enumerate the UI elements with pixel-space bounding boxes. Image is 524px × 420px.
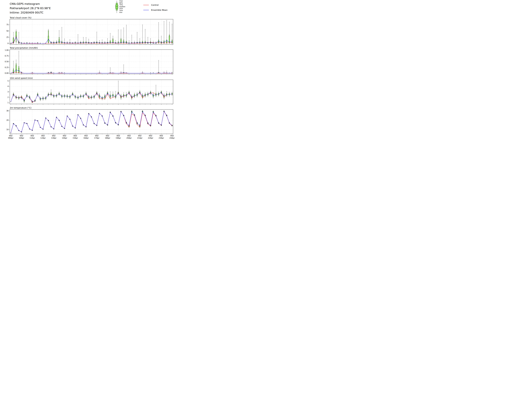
y-tick-label: 4: [8, 85, 9, 87]
box-25-75: [172, 93, 173, 94]
panel-border: [10, 109, 173, 134]
boxplot: [169, 22, 170, 43]
x-tick-date-label: 14Apr: [62, 137, 67, 139]
box-25-75: [86, 42, 87, 43]
boxplot: [115, 91, 116, 99]
boxplots: [10, 20, 173, 44]
precip-plot: 0.000.250.500.751.00: [5, 49, 173, 75]
control-legend-label: Control: [151, 4, 158, 6]
boxplot: [56, 41, 57, 43]
y-axis: 0255075: [6, 24, 10, 44]
box-25-75: [113, 40, 113, 43]
boxplot: [16, 60, 17, 73]
y-tick-label: 0.00: [5, 72, 9, 74]
x-tick-hour-label: 00Z: [138, 135, 141, 137]
boxplot: [121, 30, 122, 43]
boxplot: [32, 43, 33, 44]
boxplot: [48, 29, 49, 44]
x-tick-hour-label: 00Z: [95, 135, 98, 137]
boxplot: [126, 25, 127, 43]
boxplot: [86, 38, 87, 44]
legend-label-75: 75%: [119, 4, 123, 6]
x-tick-hour-label: 00Z: [73, 135, 77, 137]
boxplot: [53, 41, 54, 43]
boxplot: [123, 92, 124, 98]
x-tick-date-label: 17Apr: [94, 137, 99, 139]
control-line: [11, 111, 172, 133]
box-25-75: [121, 40, 122, 43]
x-tick-date-label: 12Apr: [40, 137, 46, 139]
boxplot: [80, 41, 81, 43]
boxplot: [61, 27, 62, 43]
boxplot: [110, 68, 111, 73]
boxplot: [164, 21, 164, 44]
boxplot-legend: max 90% 75% median 25% 10% min: [115, 0, 125, 13]
boxplot: [99, 71, 100, 73]
ensemble-mean-line: [11, 70, 172, 73]
boxplot: [21, 95, 22, 99]
x-tick-date-label: 20Apr: [126, 137, 132, 139]
x-ticks: [11, 74, 172, 75]
y-axis: 0.000.250.500.751.00: [5, 49, 10, 74]
boxplot: [166, 71, 167, 73]
box-25-75: [169, 36, 170, 42]
boxplot: [113, 73, 113, 73]
y-tick-label: 0: [8, 42, 9, 44]
boxplot: [123, 28, 124, 43]
x-tick-hour-label: 00Z: [52, 135, 55, 137]
boxplot: [156, 42, 156, 44]
wind-panel-title: 10m wind speed (m/s): [10, 77, 33, 79]
boxplot: [147, 37, 148, 44]
x-tick-hour-label: 00Z: [160, 135, 163, 137]
grid: [10, 50, 173, 74]
x-tick-date-label: 15Apr: [73, 137, 78, 139]
boxplot: [134, 93, 135, 98]
legend-label-25: 25%: [119, 8, 123, 9]
boxplot: [145, 29, 146, 44]
wind-plot: 12345: [8, 80, 173, 105]
legend-label-90: 90%: [119, 2, 123, 4]
boxplot: [110, 33, 111, 44]
x-tick-date-label: 11Apr: [30, 137, 35, 139]
boxplot: [131, 35, 132, 43]
boxplot: [161, 36, 162, 44]
y-axis: 102030: [6, 110, 10, 131]
boxplot: [166, 20, 167, 43]
boxplot: [139, 90, 140, 94]
x-tick-hour-label: 00Z: [149, 135, 152, 137]
x-tick-date-label: 09Apr: [8, 137, 14, 139]
x-tick-hour-label: 00Z: [106, 135, 109, 137]
boxplot: [16, 30, 17, 43]
precip-panel-title: Total precipitation (mm/6h): [10, 47, 38, 49]
grid: [10, 80, 173, 104]
box-25-75: [118, 42, 119, 43]
temp-panel-title: 2m temperature (°C): [10, 107, 31, 109]
boxplot: [158, 22, 159, 43]
y-tick-label: 30: [6, 110, 9, 112]
x-tick-hour-label: 00Z: [31, 135, 34, 137]
x-ticks: [11, 104, 172, 105]
box-25-75: [75, 42, 76, 43]
y-tick-label: 1: [8, 102, 9, 104]
ensemble-legend-label: Ensemble Mean: [151, 9, 167, 11]
x-tick-hour-label: 00Z: [127, 135, 131, 137]
boxplot: [172, 92, 173, 96]
legend-label-10: 10%: [119, 9, 123, 11]
x-tick-hour-label: 00Z: [9, 135, 12, 137]
y-tick-label: 1.00: [5, 49, 9, 51]
boxplot: [113, 92, 113, 98]
boxplot: [83, 37, 84, 44]
x-tick-hour-label: 00Z: [20, 135, 23, 137]
grid: [10, 109, 173, 134]
x-tick-hour-label: 00Z: [117, 135, 120, 137]
boxplot: [142, 25, 143, 43]
x-axis-labels: 00Z09Apr00Z10Apr00Z11Apr00Z12Apr00Z13Apr…: [8, 135, 175, 139]
legend-label-min: min: [119, 11, 122, 13]
boxplot: [150, 38, 151, 43]
x-tick-hour-label: 00Z: [170, 135, 174, 137]
box-25-75: [166, 41, 167, 43]
x-tick-date-label: 18Apr: [105, 137, 110, 139]
box-25-75: [48, 36, 49, 42]
y-tick-label: 2: [8, 96, 9, 98]
x-tick-hour-label: 00Z: [63, 135, 66, 137]
